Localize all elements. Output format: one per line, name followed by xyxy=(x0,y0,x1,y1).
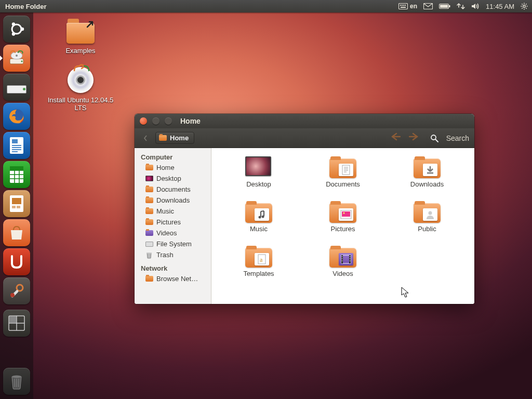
sidebar-item[interactable]: Documents xyxy=(135,184,211,195)
path-back-chevron[interactable] xyxy=(140,132,151,144)
arrow-right-icon xyxy=(409,132,419,141)
chevron-left-icon xyxy=(143,135,148,141)
keyboard-indicator[interactable]: en xyxy=(398,3,417,10)
launcher-writer[interactable] xyxy=(3,132,30,159)
mail-icon xyxy=(423,3,433,9)
file-item[interactable]: aTemplates xyxy=(220,246,298,288)
sidebar-section-computer: Computer xyxy=(135,151,211,162)
panel-title: Home Folder xyxy=(5,3,46,10)
file-item[interactable]: Pictures xyxy=(304,201,382,244)
sidebar-item[interactable]: Downloads xyxy=(135,195,211,206)
window-titlebar[interactable]: Home xyxy=(135,114,474,128)
launcher-files[interactable] xyxy=(3,45,30,72)
file-item[interactable]: Videos xyxy=(304,246,382,288)
sidebar-item[interactable]: File System xyxy=(135,238,211,249)
sidebar-item[interactable]: Videos xyxy=(135,228,211,238)
svg-rect-29 xyxy=(12,139,18,143)
folder-mini-icon xyxy=(145,219,153,225)
cursor-icon xyxy=(401,287,410,298)
sidebar-item-label: Trash xyxy=(156,251,174,259)
wrench-gear-icon xyxy=(8,282,25,300)
svg-rect-3 xyxy=(403,5,404,6)
sidebar-item-label: Home xyxy=(156,164,175,171)
trash-mini-icon xyxy=(146,251,152,259)
svg-rect-5 xyxy=(401,7,406,8)
desktop-icon-label: Install Ubuntu 12.04.5 LTS xyxy=(47,96,114,112)
sidebar-item-label: Pictures xyxy=(156,218,181,226)
svg-point-21 xyxy=(12,22,15,25)
session-indicator[interactable] xyxy=(521,3,528,10)
search-button[interactable] xyxy=(429,132,440,144)
sidebar-item[interactable]: Browse Net… xyxy=(135,273,211,284)
svg-line-16 xyxy=(526,8,526,8)
svg-point-81 xyxy=(350,260,351,261)
workspace-icon xyxy=(8,315,25,331)
file-item-label: Templates xyxy=(243,270,274,277)
nav-back-button[interactable] xyxy=(388,132,403,143)
document-icon xyxy=(8,136,25,155)
launcher-firefox[interactable] xyxy=(3,103,30,130)
svg-point-24 xyxy=(21,61,23,62)
network-indicator[interactable] xyxy=(457,3,465,10)
sidebar-item[interactable]: Pictures xyxy=(135,217,211,228)
sidebar-item[interactable]: Home xyxy=(135,162,211,173)
file-item[interactable]: Documents xyxy=(304,156,382,199)
breadcrumb-home[interactable]: Home xyxy=(155,132,194,144)
launcher-impress[interactable] xyxy=(3,190,30,217)
launcher-dash[interactable] xyxy=(3,16,30,43)
file-item[interactable]: Downloads xyxy=(388,156,466,199)
sound-indicator[interactable] xyxy=(471,3,480,10)
sidebar-item-label: Downloads xyxy=(156,196,190,204)
window-close-button[interactable] xyxy=(140,117,147,125)
launcher-software-center[interactable] xyxy=(3,219,30,246)
svg-point-79 xyxy=(350,256,351,257)
svg-rect-1 xyxy=(400,5,401,6)
folder-mini-icon xyxy=(145,230,153,236)
presentation-icon xyxy=(8,194,25,213)
search-label: Search xyxy=(446,134,469,142)
launcher-settings[interactable] xyxy=(3,277,30,304)
svg-rect-58 xyxy=(147,252,152,254)
file-item-label: Pictures xyxy=(331,225,355,233)
svg-rect-44 xyxy=(17,206,20,208)
svg-point-77 xyxy=(342,258,343,259)
sidebar-item-label: Desktop xyxy=(156,175,181,182)
desktop-mini-icon xyxy=(145,176,153,181)
sidebar: Computer HomeDesktopDocumentsDownloadsMu… xyxy=(135,148,211,304)
desktop-icon-install[interactable]: Install Ubuntu 12.04.5 LTS xyxy=(47,67,114,112)
launcher-install[interactable] xyxy=(3,74,30,101)
window-maximize-button[interactable] xyxy=(165,117,172,125)
sidebar-item[interactable]: Desktop xyxy=(135,173,211,184)
volume-icon xyxy=(471,3,480,10)
launcher-trash[interactable] xyxy=(3,368,30,395)
ubuntu-one-icon xyxy=(9,254,24,270)
battery-indicator[interactable] xyxy=(439,3,450,9)
launcher-calc[interactable] xyxy=(3,161,30,188)
file-item[interactable]: Public xyxy=(388,201,466,244)
svg-rect-43 xyxy=(12,206,16,208)
network-updown-icon xyxy=(457,3,465,10)
svg-line-18 xyxy=(522,8,522,8)
folder-mini-icon xyxy=(145,276,153,282)
svg-point-66 xyxy=(262,216,264,218)
spreadsheet-icon xyxy=(8,165,25,184)
file-item[interactable]: Desktop xyxy=(220,156,298,199)
window-minimize-button[interactable] xyxy=(152,117,159,125)
file-item[interactable]: Music xyxy=(220,201,298,244)
sidebar-item[interactable]: Music xyxy=(135,206,211,217)
svg-line-15 xyxy=(522,4,522,4)
gear-icon xyxy=(521,3,528,10)
launcher-ubuntu-one[interactable] xyxy=(3,248,30,275)
messaging-indicator[interactable] xyxy=(423,3,433,9)
clock-indicator[interactable]: 11:45 AM xyxy=(486,3,514,10)
svg-point-76 xyxy=(342,256,343,257)
launcher-workspace[interactable] xyxy=(3,310,30,337)
home-folder-icon xyxy=(159,135,167,141)
desktop-icon-examples[interactable]: Examples xyxy=(47,21,114,55)
svg-point-10 xyxy=(523,5,525,7)
svg-point-65 xyxy=(259,216,261,219)
sidebar-item[interactable]: Trash xyxy=(135,249,211,260)
nav-forward-button[interactable] xyxy=(407,132,421,143)
content-pane[interactable]: DesktopDocumentsDownloadsMusicPicturesPu… xyxy=(211,148,474,304)
svg-line-57 xyxy=(435,139,438,142)
